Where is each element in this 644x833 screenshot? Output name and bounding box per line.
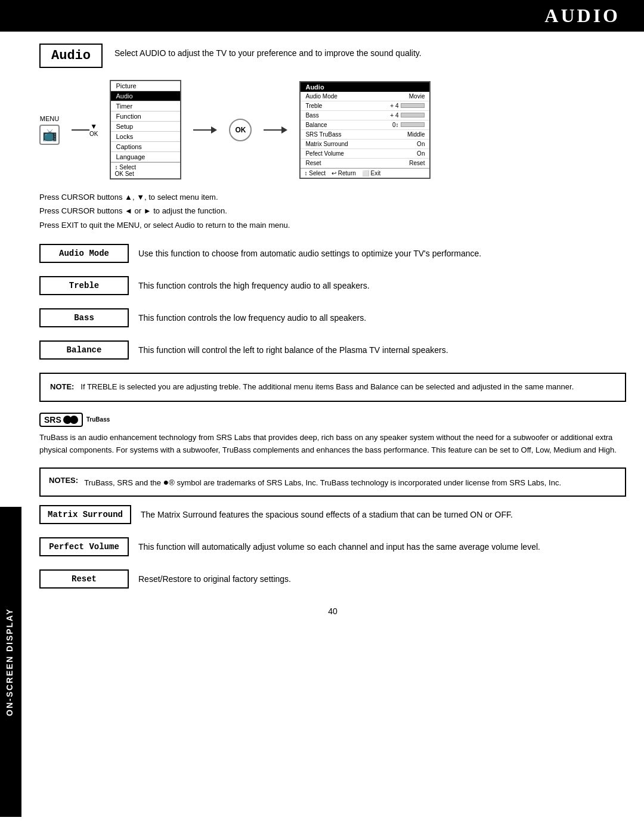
arrow-connector-2: [193, 126, 217, 134]
arrow-connector-3: [264, 126, 287, 134]
settings-row-pefect-volume: Pefect Volume On: [301, 149, 429, 159]
menu-item-captions: Captions: [111, 142, 180, 152]
audio-settings-box: Audio Audio Mode Movie Treble + 4 Bass +…: [299, 81, 431, 179]
audio-intro: Select AUDIO to adjust the TV to your pr…: [114, 44, 422, 60]
settings-footer: ↕ Select ↩ Return ⬜ Exit: [301, 168, 429, 178]
menu-label: MENU: [40, 115, 59, 122]
sidebar-label: ON-SCREEN DISPLAY: [0, 507, 21, 817]
feature-desc-balance: This function will control the left to r…: [138, 340, 448, 357]
main-content: Audio Select AUDIO to adjust the TV to y…: [27, 32, 644, 640]
settings-row-audio-mode: Audio Mode Movie: [301, 92, 429, 101]
audio-box-label: Audio: [39, 44, 103, 68]
note-box: NOTE: If TREBLE is selected you are adju…: [39, 373, 626, 402]
feature-row-audio-mode: Audio Mode Use this function to choose f…: [39, 244, 626, 263]
feature-label-balance: Balance: [39, 340, 129, 360]
feature-row-balance: Balance This function will control the l…: [39, 340, 626, 360]
feature-label-reset: Reset: [39, 569, 129, 589]
notes-label: NOTES:: [49, 475, 78, 490]
instructions-block: Press CURSOR buttons ▲, ▼, to select men…: [39, 190, 626, 232]
srs-trubass-label: TruBass: [86, 416, 110, 423]
menu-item-language: Language: [111, 152, 180, 162]
ok-button-diagram: OK: [229, 119, 252, 141]
srs-section: SRS TruBass TruBass is an audio enhancem…: [39, 413, 626, 457]
feature-label-audio-mode: Audio Mode: [39, 244, 129, 263]
srs-badge: SRS: [39, 413, 83, 427]
page-header: AUDIO: [0, 0, 644, 32]
settings-header: Audio: [301, 82, 429, 92]
page-number: 40: [39, 606, 626, 616]
header-title: AUDIO: [544, 5, 620, 26]
srs-logo: SRS TruBass: [39, 413, 626, 427]
instruction-1: Press CURSOR buttons ▲, ▼, to select men…: [39, 190, 626, 204]
menu-mock: MENU 📺: [39, 115, 60, 145]
feature-row-reset: Reset Reset/Restore to original factory …: [39, 569, 626, 589]
instruction-3: Press EXIT to quit the MENU, or select A…: [39, 218, 626, 232]
menu-list-box: Picture Audio Timer Function Setup Locks…: [110, 80, 181, 179]
arrow-down-indicator: ▼ OK: [89, 122, 98, 137]
feature-desc-audio-mode: Use this function to choose from automat…: [138, 244, 481, 260]
menu-item-locks: Locks: [111, 132, 180, 142]
feature-row-matrix-surround: Matrix Surround The Matrix Surround feat…: [39, 505, 626, 524]
notes-box: NOTES: TruBass, SRS and the ●® symbol ar…: [39, 467, 626, 497]
feature-desc-bass: This function controls the low frequency…: [138, 308, 366, 324]
settings-row-treble: Treble + 4: [301, 101, 429, 111]
feature-label-perfect-volume: Perfect Volume: [39, 537, 129, 556]
feature-desc-matrix-surround: The Matrix Surround features the spaciou…: [141, 505, 513, 521]
menu-footer: ↕ Select OK Set: [111, 162, 180, 178]
note-label: NOTE:: [50, 382, 74, 391]
menu-item-function: Function: [111, 112, 180, 122]
feature-row-treble: Treble This function controls the high f…: [39, 276, 626, 295]
menu-item-setup: Setup: [111, 122, 180, 132]
connector-line: [72, 129, 89, 131]
feature-row-bass: Bass This function controls the low freq…: [39, 308, 626, 327]
note-text: If TREBLE is selected you are adjusting …: [80, 382, 574, 391]
instruction-2: Press CURSOR buttons ◄ or ► to adjust th…: [39, 204, 626, 218]
settings-row-matrix-surround: Matrix Surround On: [301, 140, 429, 149]
feature-label-bass: Bass: [39, 308, 129, 327]
feature-desc-perfect-volume: This function will automatically adjust …: [138, 537, 540, 553]
menu-item-timer: Timer: [111, 101, 180, 112]
srs-circle-right-icon: [70, 416, 78, 424]
settings-row-bass: Bass + 4: [301, 111, 429, 120]
audio-section-header: Audio Select AUDIO to adjust the TV to y…: [39, 44, 626, 68]
diagram-area: MENU 📺 ▼ OK Picture Audio Timer Function…: [39, 80, 626, 179]
menu-item-audio-active: Audio: [111, 91, 180, 101]
settings-row-reset: Reset Reset: [301, 159, 429, 168]
arrow-connector-1: ▼ OK: [72, 122, 98, 137]
notes-text: TruBass, SRS and the ●® symbol are trade…: [84, 475, 561, 490]
feature-label-treble: Treble: [39, 276, 129, 295]
feature-desc-treble: This function controls the high frequenc…: [138, 276, 370, 292]
feature-desc-reset: Reset/Restore to original factory settin…: [138, 569, 291, 586]
srs-description: TruBass is an audio enhancement technolo…: [39, 432, 626, 457]
menu-item-picture: Picture: [111, 81, 180, 91]
feature-label-matrix-surround: Matrix Surround: [39, 505, 131, 524]
feature-row-perfect-volume: Perfect Volume This function will automa…: [39, 537, 626, 556]
settings-row-srs-trubass: SRS TruBass Middle: [301, 130, 429, 140]
tv-icon: 📺: [39, 125, 60, 145]
settings-row-balance: Balance 0↕: [301, 120, 429, 130]
